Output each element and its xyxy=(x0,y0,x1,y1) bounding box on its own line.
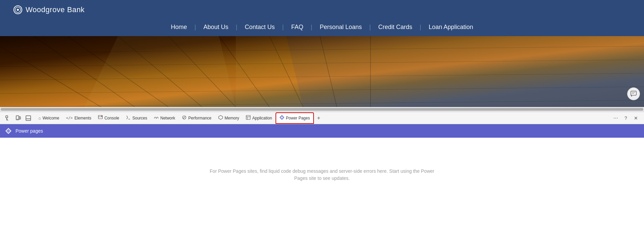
nav-divider-1: | xyxy=(194,24,196,31)
devtools-right-icons: ⋯ ? ✕ xyxy=(609,113,643,123)
svg-point-35 xyxy=(101,116,102,116)
power-pages-body: For Power Pages sites, find liquid code … xyxy=(0,138,644,212)
power-pages-panel-header: Power pages xyxy=(0,124,644,138)
devtools-left-icons xyxy=(1,113,35,123)
svg-rect-31 xyxy=(26,116,31,120)
svg-rect-29 xyxy=(19,117,21,119)
tab-sources[interactable]: Sources xyxy=(123,112,151,124)
scrollbar[interactable] xyxy=(0,107,644,112)
tab-console[interactable]: Console xyxy=(95,112,123,124)
devtools-more-btn[interactable]: ⋯ xyxy=(611,113,620,123)
nav-cards[interactable]: Credit Cards xyxy=(371,24,420,31)
tab-elements[interactable]: </> Elements xyxy=(63,112,95,124)
close-icon: ✕ xyxy=(634,115,638,121)
tab-sources-label: Sources xyxy=(132,116,147,120)
svg-rect-21 xyxy=(631,91,636,95)
sources-icon xyxy=(126,115,131,121)
devtools-tabs-bar: ⌂ Welcome </> Elements Console xyxy=(0,112,644,124)
nav-divider-2: | xyxy=(236,24,237,31)
nav-divider-4: | xyxy=(311,24,312,31)
nav-loan-app[interactable]: Loan Application xyxy=(421,24,481,31)
tab-power-pages[interactable]: Power Pages xyxy=(276,112,314,124)
power-pages-empty-message: For Power Pages sites, find liquid code … xyxy=(204,168,440,182)
tab-power-pages-label: Power Pages xyxy=(286,116,310,120)
svg-marker-19 xyxy=(286,36,404,107)
svg-marker-20 xyxy=(404,36,644,107)
scrollbar-thumb[interactable] xyxy=(1,108,643,111)
nav-divider-6: | xyxy=(420,24,421,31)
devtools-close-btn[interactable]: ✕ xyxy=(631,113,641,123)
nav-home[interactable]: Home xyxy=(163,24,194,31)
nav-divider-5: | xyxy=(369,24,371,31)
tab-welcome[interactable]: ⌂ Welcome xyxy=(35,112,63,124)
application-icon xyxy=(246,115,251,121)
tab-performance-label: Performance xyxy=(188,116,212,120)
memory-icon xyxy=(218,115,223,121)
nav-about[interactable]: About Us xyxy=(196,24,236,31)
svg-marker-38 xyxy=(219,115,223,119)
svg-point-1 xyxy=(17,9,19,11)
devtools-help-btn[interactable]: ? xyxy=(621,113,631,123)
svg-marker-43 xyxy=(281,116,283,119)
elements-icon: </> xyxy=(66,116,73,120)
network-icon xyxy=(154,115,159,121)
new-tab-button[interactable]: + xyxy=(314,113,323,123)
tab-memory[interactable]: Memory xyxy=(215,112,243,124)
tab-performance[interactable]: Performance xyxy=(179,112,215,124)
bank-logo-area: Woodgrove Bank xyxy=(13,5,85,14)
devtools-inspect-btn[interactable] xyxy=(3,113,13,123)
nav-faq[interactable]: FAQ xyxy=(284,24,311,31)
devtools-dock-btn[interactable] xyxy=(24,113,33,123)
tab-application-label: Application xyxy=(252,116,272,120)
welcome-icon: ⌂ xyxy=(38,116,41,120)
power-pages-logo xyxy=(5,127,12,135)
power-pages-panel: Power pages For Power Pages sites, find … xyxy=(0,124,644,212)
tab-network-label: Network xyxy=(160,116,175,120)
scrollbar-track xyxy=(1,108,643,111)
nav-loans[interactable]: Personal Loans xyxy=(312,24,369,31)
tab-memory-label: Memory xyxy=(225,116,239,120)
tab-console-label: Console xyxy=(104,116,119,120)
bank-header: Woodgrove Bank xyxy=(0,0,644,20)
nav-divider-3: | xyxy=(282,24,284,31)
feedback-button[interactable] xyxy=(627,87,640,100)
console-icon xyxy=(98,115,103,121)
svg-rect-25 xyxy=(6,116,8,118)
power-pages-panel-title: Power pages xyxy=(15,128,43,134)
tab-welcome-label: Welcome xyxy=(42,116,59,120)
help-icon: ? xyxy=(624,115,627,121)
more-icon: ⋯ xyxy=(613,115,618,121)
devtools-device-btn[interactable] xyxy=(13,113,23,123)
devtools-panel: ⌂ Welcome </> Elements Console xyxy=(0,112,644,212)
bank-title: Woodgrove Bank xyxy=(26,5,85,14)
tab-application[interactable]: Application xyxy=(243,112,276,124)
tab-network[interactable]: Network xyxy=(151,112,179,124)
svg-rect-39 xyxy=(246,115,250,119)
bank-logo-icon xyxy=(13,5,22,14)
bank-nav: Home | About Us | Contact Us | FAQ | Per… xyxy=(0,20,644,36)
nav-contact[interactable]: Contact Us xyxy=(237,24,282,31)
hero-image xyxy=(0,36,644,107)
power-pages-tab-icon xyxy=(280,115,284,121)
tab-elements-label: Elements xyxy=(74,116,91,120)
performance-icon xyxy=(182,115,187,121)
